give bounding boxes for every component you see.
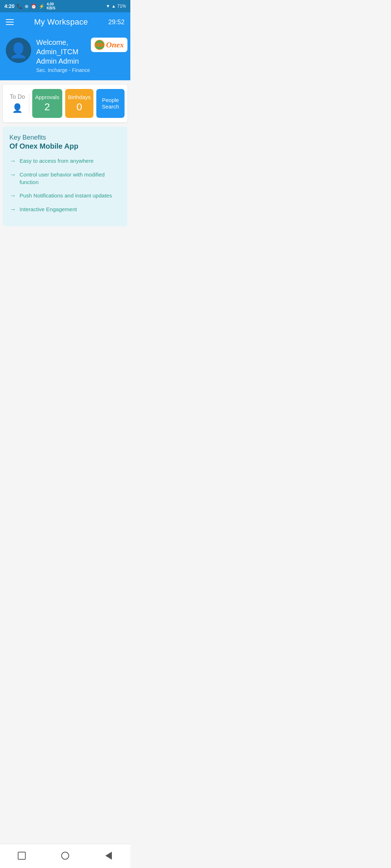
people-search-label: People Search bbox=[99, 97, 122, 110]
benefits-title: Of Onex Mobile App bbox=[9, 142, 121, 150]
approvals-label: Approvals bbox=[35, 94, 59, 101]
status-right: ▼ ▲ 71% bbox=[106, 4, 126, 9]
logo-ball-icon bbox=[94, 40, 105, 50]
birthdays-label: Birthdays bbox=[68, 94, 91, 101]
benefit-item-4: → Interactive Engagement bbox=[9, 205, 121, 213]
benefit-item-2: → Control user behavior with modified fu… bbox=[9, 171, 121, 186]
menu-button[interactable] bbox=[6, 19, 14, 25]
arrow-icon-2: → bbox=[9, 171, 16, 179]
status-left: 4:20 📞 ⊕ ⏰ ⚡ 4.00KB/S bbox=[4, 2, 55, 10]
globe-icon: ⊕ bbox=[25, 4, 29, 9]
todo-section: To Do 👤 bbox=[6, 94, 29, 113]
benefits-subtitle: Key Benefits bbox=[9, 134, 121, 141]
arrow-icon-1: → bbox=[9, 157, 16, 165]
avatar-icon: 👤 bbox=[9, 43, 28, 58]
countdown-timer: 29:52 bbox=[108, 18, 125, 26]
logo-badge: Onex bbox=[91, 38, 127, 52]
fullname-label: Admin Admin bbox=[36, 56, 125, 66]
logo-text: Onex bbox=[106, 40, 124, 50]
arrow-icon-3: → bbox=[9, 192, 16, 200]
wifi-icon: ▼ bbox=[106, 4, 110, 9]
benefit-item-1: → Easy to access from anywhere bbox=[9, 157, 121, 165]
phone-icon: 📞 bbox=[17, 4, 22, 9]
approvals-card[interactable]: Approvals 2 bbox=[32, 89, 62, 118]
people-search-card[interactable]: People Search bbox=[96, 89, 125, 118]
top-bar: My Workspace 29:52 bbox=[0, 12, 130, 32]
battery-text: 71% bbox=[117, 4, 126, 9]
status-time: 4:20 bbox=[4, 3, 14, 9]
benefit-text-3: Push Notifications and instant updates bbox=[20, 192, 112, 199]
todo-label: To Do bbox=[10, 94, 25, 100]
svg-point-1 bbox=[95, 43, 104, 47]
arrow-icon-4: → bbox=[9, 206, 16, 213]
bluetooth-icon: ⚡ bbox=[39, 4, 45, 9]
data-icon: 4.00KB/S bbox=[47, 2, 55, 10]
benefit-text-4: Interactive Engagement bbox=[20, 205, 77, 213]
page-title: My Workspace bbox=[34, 17, 88, 27]
cards-row: To Do 👤 Approvals 2 Birthdays 0 People S… bbox=[3, 85, 127, 122]
person-icon: 👤 bbox=[12, 103, 23, 113]
benefits-section: Key Benefits Of Onex Mobile App → Easy t… bbox=[3, 127, 127, 226]
signal-icon: ▲ bbox=[112, 4, 116, 9]
benefit-item-3: → Push Notifications and instant updates bbox=[9, 192, 121, 200]
avatar: 👤 bbox=[6, 38, 31, 63]
birthdays-count: 0 bbox=[76, 101, 82, 113]
birthdays-card[interactable]: Birthdays 0 bbox=[65, 89, 94, 118]
benefit-text-2: Control user behavior with modified func… bbox=[20, 171, 121, 186]
status-bar: 4:20 📞 ⊕ ⏰ ⚡ 4.00KB/S ▼ ▲ 71% bbox=[0, 0, 130, 12]
benefit-text-1: Easy to access from anywhere bbox=[20, 157, 93, 165]
role-label: Sec. Incharge - Finance bbox=[36, 67, 125, 73]
alarm-icon: ⏰ bbox=[31, 4, 37, 9]
welcome-banner: 👤 Welcome, Admin_ITCM Admin Admin Sec. I… bbox=[0, 32, 130, 80]
approvals-count: 2 bbox=[45, 101, 50, 113]
